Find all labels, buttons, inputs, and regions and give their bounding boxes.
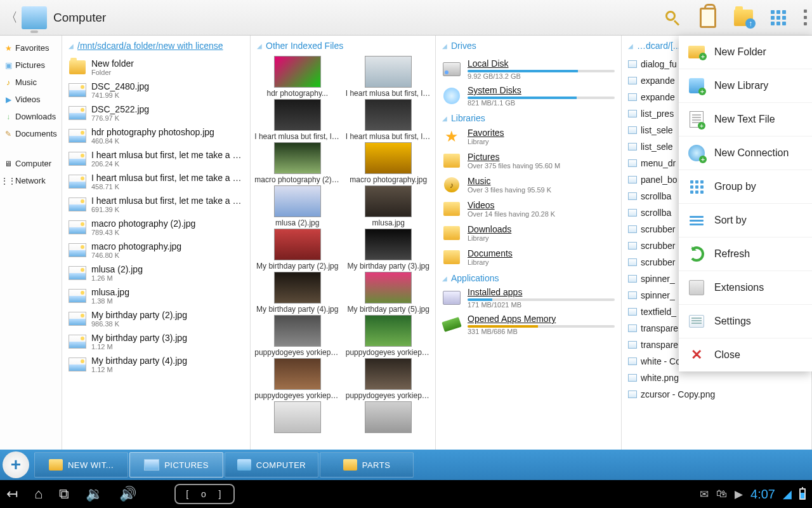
txt-icon — [688, 110, 705, 128]
list-item[interactable]: DocumentsLibrary — [440, 245, 617, 269]
file-row[interactable]: DSC_2522.jpg776.97 K — [66, 102, 246, 124]
file-row[interactable]: My birthday party (4).jpg1.12 M — [66, 353, 246, 376]
back-button[interactable]: 〈 — [5, 9, 18, 26]
thumb-caption: puppydogeyes yorkiepoo... — [254, 391, 340, 400]
tab-pictures[interactable]: PICTURES — [129, 452, 223, 478]
sidebar-item-network[interactable]: ⋮⋮Network — [0, 172, 62, 189]
section-applications[interactable]: Applications — [451, 273, 499, 283]
nav-back-icon[interactable]: ↤ — [6, 486, 18, 502]
sidebar-item-downloads[interactable]: ↓Downloads — [0, 108, 62, 125]
volume-up-icon[interactable]: 🔊 — [119, 486, 136, 502]
list-item[interactable]: ♪ MusicOver 3 files having 95.59 K — [440, 173, 617, 197]
upload-folder-icon[interactable] — [734, 10, 753, 26]
thumbnail[interactable]: I heart mlusa but first, let... — [346, 99, 432, 141]
file-row[interactable]: I heart mlusa but first, let me take a s… — [66, 193, 246, 216]
menu-item-new-library[interactable]: New Library — [679, 69, 812, 103]
thumbnail[interactable]: I heart mlusa but first, let... — [254, 99, 341, 141]
list-item[interactable]: PicturesOver 375 files having 95.60 M — [440, 149, 617, 173]
app-toolbar: 〈 Computer — [0, 0, 812, 36]
list-item[interactable]: Opened Apps Memory331 MB/686 MB — [440, 311, 617, 338]
item-sub: Library — [468, 138, 615, 145]
thumbnail[interactable]: puppydogeyes yorkiepoo... — [346, 315, 432, 357]
image-icon — [69, 243, 86, 257]
list-item[interactable]: ★ FavoritesLibrary — [440, 124, 617, 149]
list-item[interactable]: VideosOver 14 files having 20.28 K — [440, 197, 617, 221]
overflow-menu-icon[interactable] — [804, 10, 807, 25]
volume-down-icon[interactable]: 🔉 — [86, 486, 103, 502]
view-grid-icon[interactable] — [771, 10, 786, 25]
list-item[interactable]: Installed apps171 MB/1021 MB — [440, 284, 617, 311]
file-row[interactable]: white.png — [625, 370, 808, 386]
thumbnail[interactable]: puppydogeyes yorkiepoo... — [346, 358, 432, 400]
play-tray-icon[interactable]: ▶ — [735, 488, 743, 501]
thumbnail[interactable] — [254, 401, 341, 434]
search-icon[interactable] — [663, 8, 682, 27]
menu-item-group-by[interactable]: Group by — [679, 170, 812, 204]
screenshot-button[interactable]: [ o ] — [174, 484, 235, 504]
sidebar-item-computer[interactable]: 🖥Computer — [0, 155, 62, 172]
file-row[interactable]: My birthday party (2).jpg986.38 K — [66, 307, 246, 330]
menu-item-close[interactable]: ✕Close — [679, 338, 812, 371]
sidebar-icon: 🖥 — [4, 159, 13, 168]
file-row[interactable]: macro photography (2).jpg789.43 K — [66, 216, 246, 239]
sidebar-item-videos[interactable]: ▶Videos — [0, 91, 62, 108]
clipboard-icon[interactable] — [700, 8, 716, 28]
thumbnail[interactable]: macro photography.jpg — [346, 142, 432, 184]
file-row[interactable]: mlusa.jpg1.38 M — [66, 284, 246, 307]
thumbnail[interactable]: My birthday party (5).jpg — [346, 272, 432, 314]
thumbnail[interactable]: hdr photography... — [254, 56, 341, 98]
list-item[interactable]: Local Disk9.92 GB/13.2 GB — [440, 56, 617, 83]
list-item[interactable]: DownloadsLibrary — [440, 221, 617, 245]
file-row[interactable]: hdr photography photoshop.jpg460.84 K — [66, 124, 246, 147]
thumbnail[interactable]: puppydogeyes yorkiepoo... — [254, 315, 341, 357]
image-icon — [69, 197, 86, 211]
thumbnail[interactable]: My birthday party (2).jpg — [254, 229, 341, 271]
tab-newwit[interactable]: NEW WIT... — [34, 452, 128, 478]
thumbnail[interactable]: I heart mlusa but first, let... — [346, 56, 432, 98]
nav-home-icon[interactable]: ⌂ — [34, 486, 43, 502]
panel1-path[interactable]: /mnt/sdcard/a folder/new with license — [77, 41, 223, 51]
tab-parts[interactable]: PARTS — [320, 452, 414, 478]
menu-item-sort-by[interactable]: Sort by — [679, 204, 812, 237]
thumbnail[interactable]: puppydogeyes yorkiepoo... — [254, 358, 341, 400]
thumb-caption: puppydogeyes yorkiepoo... — [346, 348, 431, 357]
list-item[interactable]: System Disks821 MB/1.1 GB — [440, 83, 617, 109]
menu-item-new-folder[interactable]: New Folder — [679, 36, 812, 69]
tab-computer[interactable]: COMPUTER — [225, 452, 318, 478]
add-tab-button[interactable]: + — [3, 451, 29, 478]
thumbnail[interactable] — [346, 401, 432, 434]
panel2-title[interactable]: Other Indexed Files — [266, 41, 343, 51]
menu-item-refresh[interactable]: Refresh — [679, 237, 812, 271]
image-icon — [628, 341, 637, 349]
file-row[interactable]: DSC_2480.jpg741.99 K — [66, 79, 246, 102]
section-libraries[interactable]: Libraries — [451, 113, 485, 123]
file-row[interactable]: macro photography.jpg746.80 K — [66, 239, 246, 262]
sidebar-item-label: Music — [15, 77, 37, 87]
file-row[interactable]: mlusa (2).jpg1.26 M — [66, 262, 246, 284]
thumbnail[interactable]: My birthday party (3).jpg — [346, 229, 432, 271]
sidebar-item-favorites[interactable]: ★Favorites — [0, 39, 62, 57]
section-drives[interactable]: Drives — [451, 41, 476, 51]
file-row[interactable]: zcursor - Copy.png — [625, 386, 808, 403]
thumbnail[interactable]: My birthday party (4).jpg — [254, 272, 341, 314]
thumbnail[interactable]: macro photography (2).jpg — [254, 142, 341, 184]
thumbnail[interactable]: mlusa.jpg — [346, 185, 432, 227]
menu-item-settings[interactable]: Settings — [679, 305, 812, 338]
file-row[interactable]: I heart mlusa but first, let me take a s… — [66, 170, 246, 193]
file-row[interactable]: New folderFolder — [66, 56, 246, 79]
sidebar-item-music[interactable]: ♪Music — [0, 74, 62, 91]
rows-icon — [688, 211, 705, 229]
menu-item-extensions[interactable]: Extensions — [679, 271, 812, 305]
item-name: Downloads — [468, 224, 615, 234]
file-row[interactable]: I heart mlusa but first, let me take a s… — [66, 147, 246, 170]
thumbnail[interactable]: mlusa (2).jpg — [254, 185, 341, 227]
nav-recent-icon[interactable]: ⧉ — [59, 486, 69, 502]
sidebar-item-pictures[interactable]: ▣Pictures — [0, 57, 62, 74]
tab-label: PICTURES — [164, 460, 209, 470]
menu-item-new-connection[interactable]: New Connection — [679, 137, 812, 170]
store-tray-icon[interactable]: 🛍 — [716, 488, 727, 500]
sidebar-item-documents[interactable]: ✎Documents — [0, 125, 62, 142]
menu-item-new-text-file[interactable]: New Text File — [679, 103, 812, 137]
file-row[interactable]: My birthday party (3).jpg1.12 M — [66, 330, 246, 353]
mail-tray-icon[interactable]: ✉ — [700, 488, 709, 501]
